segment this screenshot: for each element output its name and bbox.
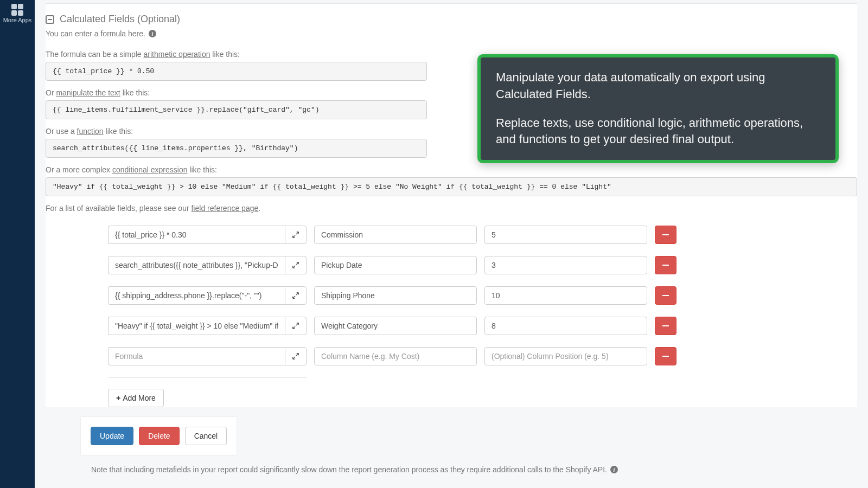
minus-icon: [662, 325, 669, 326]
column-position-input[interactable]: [484, 347, 647, 365]
field-row: [108, 317, 699, 335]
section-title: Calculated Fields (Optional): [60, 14, 180, 25]
formula-input[interactable]: [108, 256, 285, 274]
code-sample-function: search_attributes({{ line_items.properti…: [46, 139, 427, 158]
help-text: You can enter a formula here.: [46, 29, 145, 38]
expand-icon: [292, 261, 299, 269]
metafields-note: Note that including metafields in your r…: [91, 465, 618, 474]
column-name-input[interactable]: [314, 256, 477, 274]
manipulate-text-link[interactable]: manipulate the text: [56, 88, 120, 97]
callout-p2: Replace texts, use conditional logic, ar…: [496, 115, 820, 149]
collapse-icon[interactable]: [46, 15, 54, 24]
column-position-input[interactable]: [484, 226, 647, 244]
add-more-label: Add More: [123, 394, 156, 402]
column-position-input[interactable]: [484, 317, 647, 335]
divider: [46, 3, 857, 4]
callout-box: Manipulate your data automatically on ex…: [477, 54, 839, 163]
formula-input[interactable]: [108, 286, 285, 305]
info-icon[interactable]: i: [610, 466, 618, 473]
field-row: [108, 226, 699, 244]
plus-icon: +: [116, 394, 120, 402]
remove-row-button[interactable]: [655, 317, 676, 335]
update-button[interactable]: Update: [91, 427, 133, 445]
column-name-input[interactable]: [314, 286, 477, 305]
column-name-input[interactable]: [314, 347, 477, 365]
field-row: [108, 286, 699, 305]
intro-conditional: Or a more complex conditional expression…: [46, 165, 857, 174]
conditional-link[interactable]: conditional expression: [112, 165, 188, 174]
cancel-button[interactable]: Cancel: [185, 427, 227, 445]
remove-row-button[interactable]: [655, 286, 676, 305]
column-position-input[interactable]: [484, 256, 647, 274]
field-row: [108, 256, 699, 274]
expand-button[interactable]: [285, 317, 307, 335]
expand-button[interactable]: [285, 286, 307, 305]
function-link[interactable]: function: [77, 127, 104, 136]
calculated-fields-table: + Add More: [108, 226, 699, 407]
divider: [108, 377, 307, 378]
callout-p1: Manipulate your data automatically on ex…: [496, 69, 820, 103]
expand-icon: [292, 352, 299, 360]
sidebar-item-more-apps[interactable]: More Apps: [0, 0, 35, 27]
minus-icon: [662, 356, 669, 357]
minus-icon: [662, 265, 669, 266]
main-content: Calculated Fields (Optional) You can ent…: [35, 0, 868, 488]
note-text: Note that including metafields in your r…: [91, 465, 607, 474]
formula-input[interactable]: [108, 347, 285, 365]
formula-input[interactable]: [108, 317, 285, 335]
remove-row-button[interactable]: [655, 256, 676, 274]
expand-icon: [292, 231, 299, 239]
field-reference-link[interactable]: field reference page: [191, 204, 258, 213]
delete-button[interactable]: Delete: [139, 427, 179, 445]
arithmetic-link[interactable]: arithmetic operation: [144, 50, 210, 59]
code-sample-text: {{ line_items.fulfillment_service }}.rep…: [46, 100, 427, 119]
add-more-button[interactable]: + Add More: [108, 389, 164, 407]
expand-button[interactable]: [285, 256, 307, 274]
column-name-input[interactable]: [314, 317, 477, 335]
expand-button[interactable]: [285, 347, 307, 365]
apps-grid-icon: [11, 4, 23, 16]
column-name-input[interactable]: [314, 226, 477, 244]
remove-row-button[interactable]: [655, 226, 676, 244]
minus-icon: [662, 295, 669, 296]
expand-icon: [292, 292, 299, 299]
column-position-input[interactable]: [484, 286, 647, 305]
code-sample-arithmetic: {{ total_price }} * 0.50: [46, 62, 427, 81]
action-bar: Update Delete Cancel: [80, 416, 237, 455]
remove-row-button[interactable]: [655, 347, 676, 365]
sidebar-item-label: More Apps: [3, 17, 32, 23]
field-row-empty: [108, 347, 699, 365]
minus-icon: [662, 234, 669, 235]
info-icon[interactable]: i: [149, 30, 156, 37]
expand-icon: [292, 322, 299, 330]
reference-line: For a list of available fields, please s…: [46, 204, 857, 213]
expand-button[interactable]: [285, 226, 307, 244]
sidebar: More Apps: [0, 0, 35, 488]
section-header[interactable]: Calculated Fields (Optional): [46, 14, 857, 25]
formula-input[interactable]: [108, 226, 285, 244]
code-sample-conditional: "Heavy" if {{ total_weight }} > 10 else …: [46, 177, 857, 196]
help-line: You can enter a formula here. i: [46, 29, 857, 38]
